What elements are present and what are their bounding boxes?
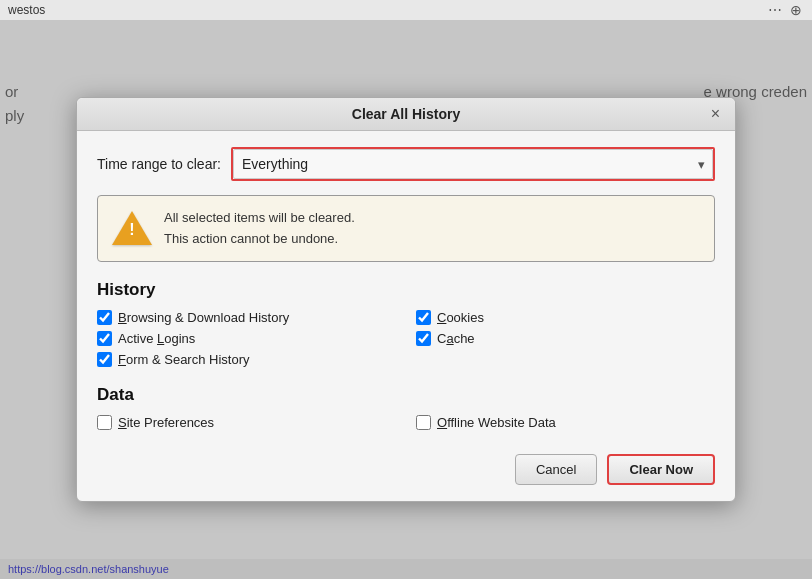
- dialog-title: Clear All History: [352, 106, 460, 122]
- warning-triangle-icon: [112, 211, 152, 245]
- browser-title-bar: westos ⋯ ⊕: [0, 0, 812, 20]
- cache-underline: a: [446, 331, 453, 346]
- cache-checkbox[interactable]: [416, 331, 431, 346]
- site-prefs-underline: S: [118, 415, 127, 430]
- dialog-close-button[interactable]: ×: [706, 104, 725, 124]
- data-checkboxes: Site Preferences Offline Website Data: [97, 415, 715, 430]
- warning-icon: [112, 208, 152, 248]
- checkbox-site-prefs: Site Preferences: [97, 415, 396, 430]
- cookies-label[interactable]: Cookies: [437, 310, 484, 325]
- site-prefs-label[interactable]: Site Preferences: [118, 415, 214, 430]
- checkbox-cache: Cache: [416, 331, 715, 346]
- checkbox-cookies: Cookies: [416, 310, 715, 325]
- offline-underline: O: [437, 415, 447, 430]
- clear-now-button[interactable]: Clear Now: [607, 454, 715, 485]
- time-range-select-wrapper: Everything Last Hour Last Two Hours Last…: [231, 147, 715, 181]
- checkbox-form: Form & Search History: [97, 352, 396, 367]
- dialog-titlebar: Clear All History ×: [77, 98, 735, 131]
- form-underline: F: [118, 352, 126, 367]
- history-checkboxes: Browsing & Download History Cookies Acti…: [97, 310, 715, 367]
- logins-label[interactable]: Active Logins: [118, 331, 195, 346]
- warning-box: All selected items will be cleared. This…: [97, 195, 715, 263]
- data-section: Data Site Preferences Offline Website Da…: [97, 385, 715, 430]
- browsing-label[interactable]: Browsing & Download History: [118, 310, 289, 325]
- time-range-label: Time range to clear:: [97, 156, 221, 172]
- logins-checkbox[interactable]: [97, 331, 112, 346]
- browsing-underline: B: [118, 310, 127, 325]
- offline-checkbox[interactable]: [416, 415, 431, 430]
- browser-menu-dots[interactable]: ⋯ ⊕: [768, 2, 804, 18]
- form-checkbox[interactable]: [97, 352, 112, 367]
- browser-title: westos: [8, 3, 45, 17]
- dialog-body: Time range to clear: Everything Last Hou…: [77, 131, 735, 431]
- browser-content: or ply e wrong creden https://blog.csdn.…: [0, 20, 812, 579]
- time-range-row: Time range to clear: Everything Last Hou…: [97, 147, 715, 181]
- checkbox-offline: Offline Website Data: [416, 415, 715, 430]
- time-range-select[interactable]: Everything Last Hour Last Two Hours Last…: [233, 149, 713, 179]
- checkbox-logins: Active Logins: [97, 331, 396, 346]
- data-section-heading: Data: [97, 385, 715, 405]
- site-prefs-checkbox[interactable]: [97, 415, 112, 430]
- cancel-button[interactable]: Cancel: [515, 454, 597, 485]
- warning-text: All selected items will be cleared. This…: [164, 208, 355, 250]
- clear-history-dialog: Clear All History × Time range to clear:…: [76, 97, 736, 503]
- cookies-underline: C: [437, 310, 446, 325]
- modal-overlay: Clear All History × Time range to clear:…: [0, 20, 812, 579]
- form-label[interactable]: Form & Search History: [118, 352, 250, 367]
- browsing-checkbox[interactable]: [97, 310, 112, 325]
- cookies-checkbox[interactable]: [416, 310, 431, 325]
- offline-label[interactable]: Offline Website Data: [437, 415, 556, 430]
- logins-underline: L: [157, 331, 164, 346]
- history-section-heading: History: [97, 280, 715, 300]
- checkbox-browsing: Browsing & Download History: [97, 310, 396, 325]
- dialog-buttons: Cancel Clear Now: [77, 446, 735, 485]
- cache-label[interactable]: Cache: [437, 331, 475, 346]
